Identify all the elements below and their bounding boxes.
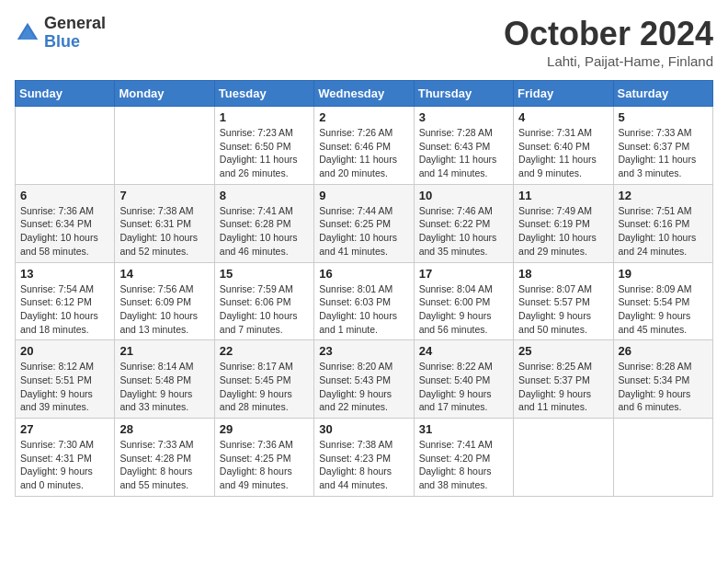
weekday-header-saturday: Saturday	[613, 81, 712, 107]
calendar-cell: 9Sunrise: 7:44 AM Sunset: 6:25 PM Daylig…	[314, 184, 414, 262]
day-info: Sunrise: 8:28 AM Sunset: 5:34 PM Dayligh…	[619, 360, 708, 414]
day-info: Sunrise: 7:38 AM Sunset: 4:23 PM Dayligh…	[319, 438, 408, 492]
day-info: Sunrise: 7:36 AM Sunset: 4:25 PM Dayligh…	[220, 438, 309, 492]
day-number: 19	[619, 267, 708, 281]
day-info: Sunrise: 8:14 AM Sunset: 5:48 PM Dayligh…	[119, 360, 209, 414]
calendar-cell: 1Sunrise: 7:23 AM Sunset: 6:50 PM Daylig…	[214, 107, 313, 185]
day-info: Sunrise: 8:22 AM Sunset: 5:40 PM Dayligh…	[419, 360, 508, 414]
calendar-cell: 24Sunrise: 8:22 AM Sunset: 5:40 PM Dayli…	[414, 340, 513, 419]
calendar-cell: 3Sunrise: 7:28 AM Sunset: 6:43 PM Daylig…	[414, 107, 513, 185]
day-info: Sunrise: 8:25 AM Sunset: 5:37 PM Dayligh…	[518, 360, 608, 414]
calendar-cell: 2Sunrise: 7:26 AM Sunset: 6:46 PM Daylig…	[314, 107, 414, 185]
logo-general: General	[44, 15, 106, 33]
day-info: Sunrise: 7:33 AM Sunset: 4:28 PM Dayligh…	[119, 438, 209, 492]
day-number: 4	[518, 110, 608, 124]
weekday-header-monday: Monday	[115, 81, 214, 107]
day-number: 26	[619, 344, 708, 358]
calendar-cell: 8Sunrise: 7:41 AM Sunset: 6:28 PM Daylig…	[214, 184, 313, 262]
calendar-cell: 23Sunrise: 8:20 AM Sunset: 5:43 PM Dayli…	[314, 340, 414, 419]
day-number: 20	[20, 344, 109, 358]
day-info: Sunrise: 7:28 AM Sunset: 6:43 PM Dayligh…	[419, 126, 508, 180]
calendar-cell: 18Sunrise: 8:07 AM Sunset: 5:57 PM Dayli…	[514, 262, 613, 340]
calendar-body: 1Sunrise: 7:23 AM Sunset: 6:50 PM Daylig…	[16, 107, 713, 497]
day-number: 16	[319, 267, 408, 281]
weekday-header-friday: Friday	[514, 81, 613, 107]
day-number: 28	[119, 422, 209, 436]
day-info: Sunrise: 7:31 AM Sunset: 6:40 PM Dayligh…	[518, 126, 608, 180]
logo: General Blue	[15, 15, 106, 52]
logo-blue: Blue	[44, 32, 80, 51]
day-info: Sunrise: 8:17 AM Sunset: 5:45 PM Dayligh…	[220, 360, 309, 414]
calendar-cell	[514, 419, 613, 497]
calendar-cell: 4Sunrise: 7:31 AM Sunset: 6:40 PM Daylig…	[514, 107, 613, 185]
day-info: Sunrise: 8:20 AM Sunset: 5:43 PM Dayligh…	[319, 360, 408, 414]
day-info: Sunrise: 7:41 AM Sunset: 4:20 PM Dayligh…	[419, 438, 508, 492]
day-number: 12	[619, 189, 708, 202]
week-row-3: 13Sunrise: 7:54 AM Sunset: 6:12 PM Dayli…	[16, 262, 713, 340]
week-row-1: 1Sunrise: 7:23 AM Sunset: 6:50 PM Daylig…	[16, 107, 713, 185]
day-number: 30	[319, 422, 408, 436]
day-number: 9	[319, 189, 408, 202]
day-number: 2	[319, 110, 408, 124]
weekday-header-sunday: Sunday	[16, 81, 115, 107]
day-info: Sunrise: 8:01 AM Sunset: 6:03 PM Dayligh…	[319, 282, 408, 337]
weekday-header-row: SundayMondayTuesdayWednesdayThursdayFrid…	[16, 81, 713, 107]
day-number: 18	[518, 267, 608, 281]
day-info: Sunrise: 8:04 AM Sunset: 6:00 PM Dayligh…	[419, 282, 508, 337]
day-info: Sunrise: 7:44 AM Sunset: 6:25 PM Dayligh…	[319, 204, 408, 259]
day-number: 3	[419, 110, 508, 124]
day-info: Sunrise: 7:36 AM Sunset: 6:34 PM Dayligh…	[20, 204, 109, 259]
day-number: 6	[20, 189, 109, 202]
calendar-cell: 29Sunrise: 7:36 AM Sunset: 4:25 PM Dayli…	[214, 419, 313, 497]
day-info: Sunrise: 7:54 AM Sunset: 6:12 PM Dayligh…	[20, 282, 109, 337]
calendar-cell	[115, 107, 214, 185]
title-area: October 2024 Lahti, Paijat-Hame, Finland	[504, 15, 713, 69]
calendar-table: SundayMondayTuesdayWednesdayThursdayFrid…	[15, 80, 713, 497]
calendar-cell: 30Sunrise: 7:38 AM Sunset: 4:23 PM Dayli…	[314, 419, 414, 497]
day-number: 1	[220, 110, 309, 124]
day-number: 25	[518, 344, 608, 358]
day-info: Sunrise: 7:26 AM Sunset: 6:46 PM Dayligh…	[319, 126, 408, 180]
logo-icon	[15, 20, 40, 46]
day-number: 8	[220, 189, 309, 202]
week-row-4: 20Sunrise: 8:12 AM Sunset: 5:51 PM Dayli…	[16, 340, 713, 419]
calendar-cell: 12Sunrise: 7:51 AM Sunset: 6:16 PM Dayli…	[613, 184, 712, 262]
weekday-header-wednesday: Wednesday	[314, 81, 414, 107]
location-title: Lahti, Paijat-Hame, Finland	[504, 53, 713, 69]
calendar-cell: 15Sunrise: 7:59 AM Sunset: 6:06 PM Dayli…	[214, 262, 313, 340]
day-number: 13	[20, 267, 109, 281]
week-row-5: 27Sunrise: 7:30 AM Sunset: 4:31 PM Dayli…	[16, 419, 713, 497]
calendar-cell: 27Sunrise: 7:30 AM Sunset: 4:31 PM Dayli…	[16, 419, 115, 497]
calendar-cell: 14Sunrise: 7:56 AM Sunset: 6:09 PM Dayli…	[115, 262, 214, 340]
day-number: 29	[220, 422, 309, 436]
day-number: 10	[419, 189, 508, 202]
calendar-cell: 13Sunrise: 7:54 AM Sunset: 6:12 PM Dayli…	[16, 262, 115, 340]
day-number: 7	[119, 189, 209, 202]
day-number: 11	[518, 189, 608, 202]
day-info: Sunrise: 7:33 AM Sunset: 6:37 PM Dayligh…	[619, 126, 708, 180]
calendar-cell: 26Sunrise: 8:28 AM Sunset: 5:34 PM Dayli…	[613, 340, 712, 419]
calendar-cell: 31Sunrise: 7:41 AM Sunset: 4:20 PM Dayli…	[414, 419, 513, 497]
calendar-cell: 22Sunrise: 8:17 AM Sunset: 5:45 PM Dayli…	[214, 340, 313, 419]
day-info: Sunrise: 7:49 AM Sunset: 6:19 PM Dayligh…	[518, 204, 608, 259]
calendar-cell: 19Sunrise: 8:09 AM Sunset: 5:54 PM Dayli…	[613, 262, 712, 340]
calendar-cell: 21Sunrise: 8:14 AM Sunset: 5:48 PM Dayli…	[115, 340, 214, 419]
weekday-header-tuesday: Tuesday	[214, 81, 313, 107]
calendar-cell	[16, 107, 115, 185]
calendar-cell	[613, 419, 712, 497]
calendar-cell: 7Sunrise: 7:38 AM Sunset: 6:31 PM Daylig…	[115, 184, 214, 262]
day-number: 21	[119, 344, 209, 358]
day-info: Sunrise: 7:30 AM Sunset: 4:31 PM Dayligh…	[20, 438, 109, 492]
day-info: Sunrise: 7:23 AM Sunset: 6:50 PM Dayligh…	[220, 126, 309, 180]
day-number: 15	[220, 267, 309, 281]
day-number: 31	[419, 422, 508, 436]
calendar-cell: 10Sunrise: 7:46 AM Sunset: 6:22 PM Dayli…	[414, 184, 513, 262]
day-info: Sunrise: 7:38 AM Sunset: 6:31 PM Dayligh…	[119, 204, 209, 259]
day-info: Sunrise: 8:09 AM Sunset: 5:54 PM Dayligh…	[619, 282, 708, 337]
day-info: Sunrise: 7:56 AM Sunset: 6:09 PM Dayligh…	[119, 282, 209, 337]
day-info: Sunrise: 8:12 AM Sunset: 5:51 PM Dayligh…	[20, 360, 109, 414]
calendar-cell: 6Sunrise: 7:36 AM Sunset: 6:34 PM Daylig…	[16, 184, 115, 262]
month-title: October 2024	[504, 15, 713, 53]
day-number: 14	[119, 267, 209, 281]
day-info: Sunrise: 7:46 AM Sunset: 6:22 PM Dayligh…	[419, 204, 508, 259]
